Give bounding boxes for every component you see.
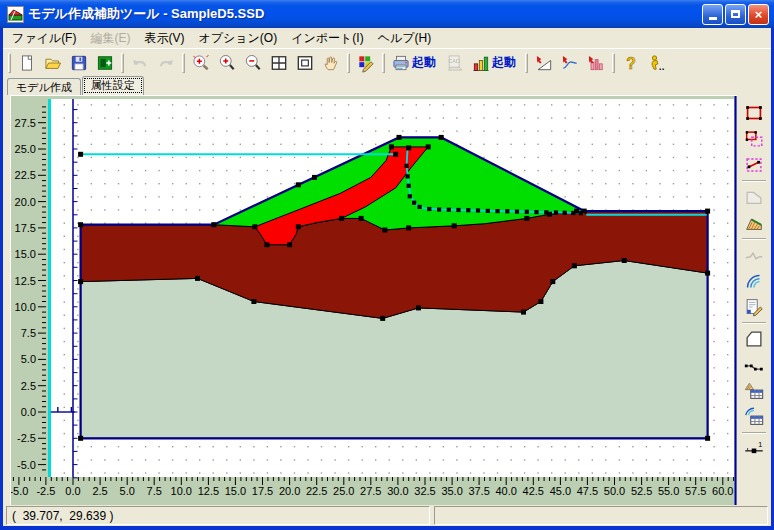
menu-item-0[interactable]: ファイル(F) [5,28,83,49]
svg-text:22.5: 22.5 [15,169,36,181]
window-title: モデル作成補助ツール - SampleD5.SSD [28,5,702,23]
open-folder-button[interactable] [40,51,66,75]
svg-text:7.5: 7.5 [147,485,162,497]
menu-item-3[interactable]: オプション(O) [191,28,284,49]
svg-text:45.0: 45.0 [550,485,571,497]
region-copy-button[interactable] [740,126,768,152]
import-curve-button[interactable] [557,51,583,75]
svg-text:10.0: 10.0 [15,301,36,313]
toolbar-grip [8,53,11,73]
menu-item-4[interactable]: インポート(I) [284,28,370,49]
zoom-in-button[interactable] [214,51,240,75]
y-axis-labels: 27.525.022.520.017.515.012.510.07.55.02.… [15,117,36,471]
svg-text:-2.5: -2.5 [36,485,55,497]
section-node-button[interactable]: 1 [740,436,768,462]
svg-text:10.0: 10.0 [171,485,192,497]
polyline-nodes-button[interactable] [740,352,768,378]
svg-text:27.5: 27.5 [15,117,36,129]
zoom-grid-button[interactable] [266,51,292,75]
content-area: -5.0-2.50.02.55.07.510.012.515.017.520.0… [3,95,771,505]
app-icon [7,6,24,23]
svg-text:52.5: 52.5 [631,485,652,497]
svg-text:2.5: 2.5 [21,380,36,392]
menu-item-2[interactable]: 表示(V) [137,28,191,49]
zoom-fit-icon [295,53,315,73]
new-file-button[interactable] [14,51,40,75]
toolbar-grip [382,53,385,73]
svg-text:15.0: 15.0 [225,485,246,497]
arcs-button[interactable] [740,268,768,294]
palette-edit-button[interactable] [353,51,379,75]
exit-button[interactable] [644,51,670,75]
close-button[interactable]: × [748,4,769,25]
svg-text:50.0: 50.0 [604,485,625,497]
import-curve-icon [560,53,580,73]
print-launch-button[interactable]: 起動 [388,51,442,75]
region-paste-button[interactable] [740,152,768,178]
menu-item-5[interactable]: ヘルプ(H) [371,28,439,49]
canvas-left-edge [48,99,51,477]
svg-text:1: 1 [758,440,762,449]
material-table-icon [743,380,765,402]
toolbar-grip [182,53,185,73]
arc-table-icon [743,406,765,428]
svg-text:35.0: 35.0 [441,485,462,497]
maximize-button[interactable] [725,4,746,25]
material-fill-button[interactable] [740,210,768,236]
open-folder-icon [43,53,63,73]
title-bar[interactable]: モデル作成補助ツール - SampleD5.SSD × [0,0,774,28]
region-rect-button[interactable] [740,100,768,126]
zoom-region-button[interactable] [188,51,214,75]
doc-edit-button[interactable] [740,294,768,320]
cad-export-button: CAD [442,51,468,75]
svg-text:7.5: 7.5 [21,327,36,339]
close-icon: × [755,8,763,21]
import-chart-button[interactable] [583,51,609,75]
svg-text:-5.0: -5.0 [11,485,28,497]
polygon-outline-button[interactable] [740,326,768,352]
zoom-region-icon [191,53,211,73]
region-copy-icon [743,128,765,150]
arc-table-button[interactable] [740,404,768,430]
print-launch-label: 起動 [412,54,436,71]
side-toolbar-separator [742,322,766,324]
svg-text:5.0: 5.0 [21,353,36,365]
zoom-out-button[interactable] [240,51,266,75]
svg-text:-5.0: -5.0 [17,459,36,471]
import-slope-button[interactable] [531,51,557,75]
palette-edit-icon [356,53,376,73]
svg-text:-2.5: -2.5 [17,432,36,444]
save-button[interactable] [66,51,92,75]
tab-1[interactable]: 属性設定 [82,76,144,95]
toolbar-group-5 [531,51,609,75]
svg-text:37.5: 37.5 [468,485,489,497]
tab-0[interactable]: モデル作成 [7,78,81,95]
polyline-nodes-icon [743,354,765,376]
doc-edit-icon [743,296,765,318]
model-canvas[interactable]: -5.0-2.50.02.55.07.510.012.515.017.520.0… [10,95,737,505]
tab-bar: モデル作成属性設定 [3,76,771,95]
svg-text:?: ? [626,54,636,71]
svg-text:5.0: 5.0 [120,485,135,497]
model-add-button[interactable] [92,51,118,75]
chart-launch-button[interactable]: 起動 [468,51,522,75]
arcs-icon [743,270,765,292]
svg-text:25.0: 25.0 [15,143,36,155]
menu-bar: ファイル(F)編集(E)表示(V)オプション(O)インポート(I)ヘルプ(H) [3,28,771,48]
save-icon [69,53,89,73]
svg-text:30.0: 30.0 [387,485,408,497]
side-toolbar: 1 [737,95,771,505]
svg-text:12.5: 12.5 [198,485,219,497]
svg-text:60.0: 60.0 [712,485,733,497]
polygon-icon [743,186,765,208]
redo-button [153,51,179,75]
pan-button[interactable] [318,51,344,75]
zoom-fit-button[interactable] [292,51,318,75]
polygon-outline-icon [743,328,765,350]
side-toolbar-separator [742,180,766,182]
material-table-button[interactable] [740,378,768,404]
minimize-button[interactable] [702,4,723,25]
toolbar-grip [121,53,124,73]
svg-text:32.5: 32.5 [414,485,435,497]
help-button[interactable]: ? [618,51,644,75]
